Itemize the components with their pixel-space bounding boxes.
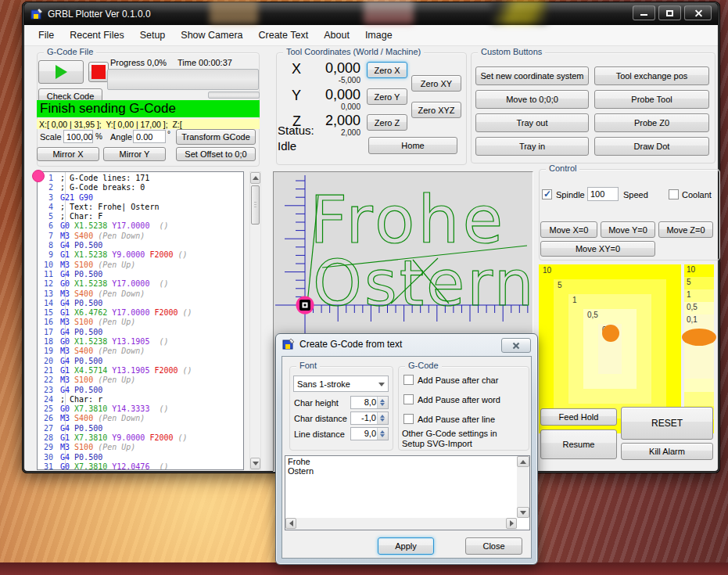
progress-label: Progress 0,0% [110,58,167,67]
text-hscrollbar[interactable] [285,518,517,530]
gcode-line: 12G0 X1.5238 Y17.0000 () [38,279,243,289]
line-number: 21 [38,366,60,376]
move-z0-button[interactable]: Move Z=0 [658,221,713,238]
char-height-spinner[interactable]: 8,0 [350,396,389,409]
stop-button[interactable] [88,62,109,82]
char-distance-spinner[interactable]: -1,0 [350,411,389,425]
reset-button[interactable]: RESET [621,407,713,440]
scroll-up-icon[interactable] [250,172,260,184]
move-y0-button[interactable]: Move Y=0 [601,221,655,238]
line-number: 22 [38,376,60,385]
home-button[interactable]: Home [368,137,457,154]
transform-gcode-button[interactable]: Transform GCode [176,129,256,145]
custom-move-000-button[interactable]: Move to 0;0;0 [475,90,589,109]
gcode-listing[interactable]: 1; G-Code lines: 1712; G-Code breaks: 03… [37,171,244,470]
kill-alarm-button[interactable]: Kill Alarm [621,443,713,460]
custom-probe-tool-button[interactable]: Probe Tool [594,90,709,109]
line-distance-spinner[interactable]: 9,0 [350,427,389,440]
scale-input[interactable]: 100,00 [63,130,93,143]
text-vscrollbar[interactable] [517,456,529,518]
menu-recent-files[interactable]: Recent Files [62,27,131,44]
line-distance-label: Line distance [294,429,345,439]
scroll-left-icon[interactable] [285,518,296,529]
jog-z-band-1[interactable]: 1 [684,289,714,302]
jog-z-band[interactable] [684,365,714,379]
menu-create-text[interactable]: Create Text [251,27,317,44]
font-select[interactable]: Sans 1-stroke [293,376,389,392]
jog-z-band[interactable] [684,379,714,393]
desktop-icon-blur-1 [210,0,258,24]
angle-input[interactable]: 0.00 [133,130,166,143]
pause-after-char-checkbox[interactable] [403,375,414,385]
angle-label: Angle [110,132,132,142]
zero-xy-button[interactable]: Zero XY [411,75,461,92]
resume-button[interactable]: Resume [540,429,617,459]
jog-z-band-10[interactable]: 10 [684,264,714,277]
app-icon [30,8,43,20]
gcode-line: 8G4 P0.500 [38,241,243,250]
menu-about[interactable]: About [316,27,357,44]
zero-xyz-button[interactable]: Zero XYZ [411,102,461,118]
run-button[interactable] [38,60,84,84]
scroll-down-icon[interactable] [250,458,260,469]
settings-note-line2: Setup SVG-Import [402,439,472,448]
set-offset-button[interactable]: Set Offset to 0;0 [176,147,256,161]
spindle-speed-input[interactable]: 100 [587,187,619,201]
gcode-line: 26M3 S400 (Pen Down) [38,414,243,423]
dialog-close-button[interactable] [501,338,531,353]
gcode-line: 30G4 P0.500 [38,453,243,462]
jog-z-band-5[interactable]: 5 [684,277,714,289]
feed-hold-button[interactable]: Feed Hold [540,408,617,426]
custom-tray-in-button[interactable]: Tray in [475,137,589,156]
jog-xy-handle[interactable] [602,325,619,342]
pause-after-word-checkbox[interactable] [403,394,414,404]
menu-file[interactable]: File [30,27,62,44]
custom-tray-out-button[interactable]: Tray out [475,113,589,132]
dialog-title: Create G-Code from text [299,339,402,350]
dialog-close-action-button[interactable]: Close [465,537,522,555]
zero-y-button[interactable]: Zero Y [367,88,407,105]
jog-z-band[interactable] [684,392,714,406]
text-entry-box[interactable]: Frohe Ostern [285,455,530,530]
menu-setup[interactable]: Setup [132,27,174,44]
scroll-up-icon[interactable] [517,456,529,467]
spinner-arrows-icon[interactable] [377,412,388,424]
move-xy0-button[interactable]: Move XY=0 [540,241,655,257]
jog-z-band-0,1[interactable]: 0,1 [684,314,714,327]
zero-z-button[interactable]: Zero Z [367,114,407,131]
spinner-arrows-icon[interactable] [377,428,388,440]
gcode-scrollbar[interactable] [249,171,261,470]
move-x0-button[interactable]: Move X=0 [540,221,597,238]
custom-draw-dot-button[interactable]: Draw Dot [594,137,709,156]
zero-x-button[interactable]: Zero X [367,62,407,78]
apply-button[interactable]: Apply [378,537,434,555]
spindle-checkbox[interactable] [542,189,552,199]
scrollbar-thumb[interactable] [251,185,260,225]
minimize-button[interactable] [633,5,655,20]
mirror-y-button[interactable]: Mirror Y [103,147,166,161]
coolant-checkbox[interactable] [669,189,679,199]
status-banner: Finish sending G-Code [37,100,260,117]
menu-show-camera[interactable]: Show Camera [173,27,250,44]
custom-probe-z0-button[interactable]: Probe Z0 [594,113,709,132]
scroll-right-icon[interactable] [506,518,517,529]
line-number: 5 [38,212,60,221]
jog-step-label: 5 [558,281,562,289]
jog-z-handle[interactable] [682,329,716,346]
spinner-arrows-icon[interactable] [377,397,388,408]
pause-after-line-checkbox[interactable] [403,414,414,424]
text-entry-value[interactable]: Frohe Ostern [288,457,515,517]
maximize-button[interactable] [658,5,681,20]
gcode-line: 9G1 X1.5238 Y9.0000 F2000 () [38,250,243,260]
menu-image[interactable]: Image [357,27,400,44]
line-number: 16 [38,318,60,327]
close-button[interactable] [684,5,712,20]
pause-after-word-label: Add Pause after word [418,395,500,404]
custom-tool-exchange-button[interactable]: Tool exchange pos [594,66,709,85]
custom-set-coordinate-button[interactable]: Set new coordinate system [475,66,589,85]
mirror-x-button[interactable]: Mirror X [37,147,99,161]
scroll-down-icon[interactable] [517,507,529,518]
dialog-title-bar[interactable]: Create G-Code from text [282,338,402,350]
jog-z-band-0,5[interactable]: 0,5 [684,302,714,314]
line-distance-value: 9,0 [351,429,376,438]
